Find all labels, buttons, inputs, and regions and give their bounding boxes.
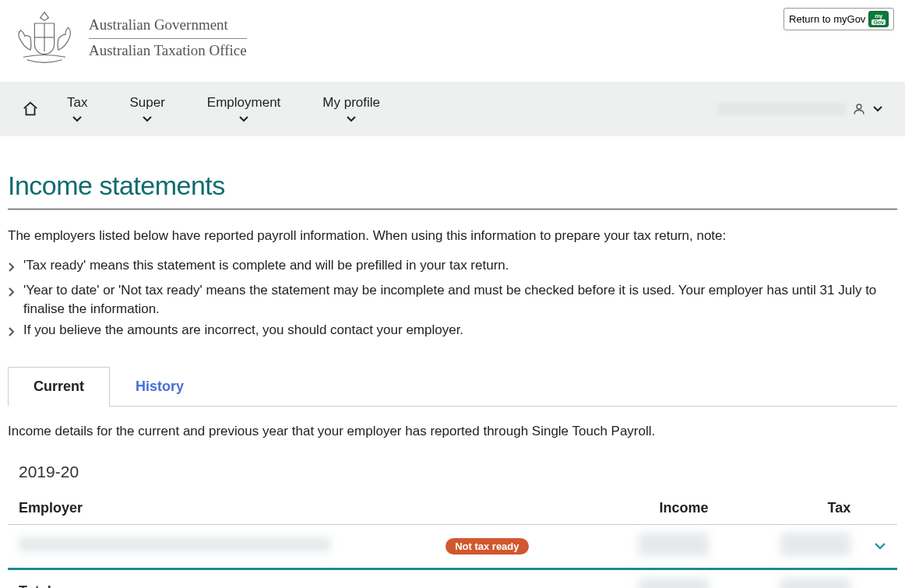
total-tax-cell <box>720 569 862 588</box>
intro-text: The employers listed below have reported… <box>8 228 897 244</box>
year-heading: 2019-20 <box>19 463 897 481</box>
return-to-mygov-button[interactable]: Return to myGov myGov <box>784 8 894 30</box>
col-expand <box>861 492 897 525</box>
brand-text: Australian Government Australian Taxatio… <box>89 16 247 59</box>
chevron-right-icon <box>8 259 16 278</box>
chevron-down-icon <box>872 102 883 116</box>
table-row: Not tax ready <box>8 525 897 569</box>
return-label: Return to myGov <box>789 13 865 25</box>
user-name-redacted <box>717 103 846 115</box>
title-divider <box>8 209 897 209</box>
coat-of-arms-icon <box>9 8 79 67</box>
note-item: 'Year to date' or 'Not tax ready' means … <box>8 281 897 319</box>
tab-history[interactable]: History <box>110 367 210 407</box>
chevron-right-icon <box>8 324 16 343</box>
col-tax: Tax <box>720 492 862 525</box>
total-income-cell <box>595 569 720 588</box>
employer-cell <box>8 525 435 569</box>
nav-super[interactable]: Super <box>129 95 164 123</box>
income-cell <box>595 525 720 569</box>
chevron-down-icon <box>238 115 249 123</box>
col-status <box>435 492 595 525</box>
employer-redacted <box>19 537 330 551</box>
income-table: Employer Income Tax Not tax ready <box>8 492 897 588</box>
brand-line2: Australian Taxation Office <box>89 42 247 59</box>
total-label: Total <box>8 569 435 588</box>
tax-cell <box>720 525 862 569</box>
total-income-redacted <box>639 578 709 588</box>
nav-employment[interactable]: Employment <box>207 95 280 123</box>
brand-block: Australian Government Australian Taxatio… <box>8 8 897 67</box>
home-icon[interactable] <box>22 100 39 118</box>
nav-my-profile[interactable]: My profile <box>322 95 380 123</box>
mygov-icon: myGov <box>868 11 889 27</box>
chevron-down-icon <box>72 115 83 123</box>
total-row: Total <box>8 569 897 588</box>
tab-description: Income details for the current and previ… <box>8 424 897 439</box>
status-badge: Not tax ready <box>445 538 528 555</box>
income-redacted <box>639 533 709 556</box>
chevron-right-icon <box>8 284 16 303</box>
notes-list: 'Tax ready' means this statement is comp… <box>8 256 897 343</box>
chevron-down-icon <box>142 115 153 123</box>
user-menu[interactable] <box>717 102 883 116</box>
svg-point-2 <box>857 104 861 109</box>
page-title: Income statements <box>8 171 897 201</box>
col-income: Income <box>595 492 720 525</box>
col-employer: Employer <box>8 492 435 525</box>
user-icon <box>852 102 866 116</box>
note-item: If you believe the amounts are incorrect… <box>8 321 897 343</box>
expand-cell <box>861 525 897 569</box>
status-cell: Not tax ready <box>435 525 595 569</box>
total-tax-redacted <box>780 578 850 588</box>
nav-tax[interactable]: Tax <box>67 95 87 123</box>
tab-current[interactable]: Current <box>8 367 110 407</box>
chevron-down-icon <box>346 115 357 123</box>
main-nav: Tax Super Employment My profile <box>0 82 905 136</box>
brand-line1: Australian Government <box>89 16 247 39</box>
note-item: 'Tax ready' means this statement is comp… <box>8 256 897 278</box>
expand-row-chevron-icon[interactable] <box>874 539 886 554</box>
tabs: Current History <box>8 366 897 407</box>
tax-redacted <box>780 533 850 556</box>
